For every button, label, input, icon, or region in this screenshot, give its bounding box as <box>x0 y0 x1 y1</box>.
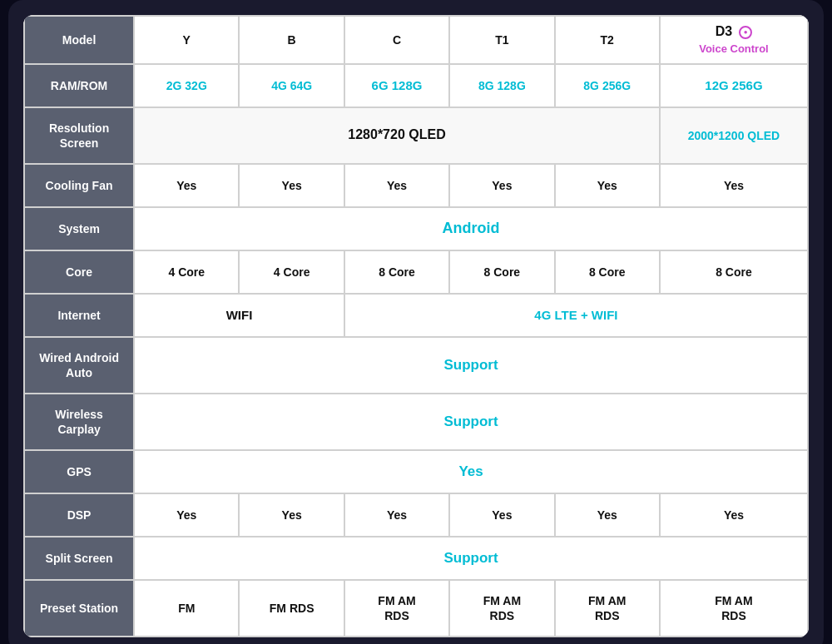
cooling-fan-header: Cooling Fan <box>24 164 134 207</box>
d3-title: D3 <box>716 24 732 38</box>
d3-voice-label: Voice Control <box>699 42 769 55</box>
cooling-b: Yes <box>239 164 344 207</box>
system-header: System <box>24 207 134 250</box>
split-screen-header: Split Screen <box>24 537 134 580</box>
internet-wifi: WIFI <box>134 294 344 337</box>
internet-header: Internet <box>24 294 134 337</box>
model-t2: T2 <box>555 16 660 64</box>
cooling-t1: Yes <box>449 164 554 207</box>
ram-b: 4G 64G <box>239 64 344 107</box>
dsp-header: DSP <box>24 493 134 537</box>
ram-d3: 12G 256G <box>660 64 808 107</box>
model-b: B <box>239 16 344 64</box>
preset-b: FM RDS <box>239 580 344 637</box>
core-t2: 8 Core <box>555 250 660 294</box>
model-t1: T1 <box>449 16 554 64</box>
wireless-carplay-value: Support <box>134 394 808 450</box>
cooling-y: Yes <box>134 164 239 207</box>
core-t1: 8 Core <box>449 250 554 294</box>
dsp-b: Yes <box>239 493 344 537</box>
dsp-t2: Yes <box>555 493 660 537</box>
dsp-d3: Yes <box>660 493 808 537</box>
outer-container: Model Y B C T1 T2 D3 ● Voice Control RAM… <box>8 0 824 644</box>
wired-android-header: Wired Android Auto <box>24 337 134 394</box>
dsp-c: Yes <box>344 493 449 537</box>
comparison-table: Model Y B C T1 T2 D3 ● Voice Control RAM… <box>23 15 809 637</box>
core-y: 4 Core <box>134 250 239 294</box>
ram-rom-header: RAM/ROM <box>24 64 134 107</box>
ram-t1: 8G 128G <box>449 64 554 107</box>
gps-value: Yes <box>134 450 808 493</box>
split-screen-value: Support <box>134 537 808 580</box>
dsp-t1: Yes <box>449 493 554 537</box>
wired-android-value: Support <box>134 337 808 394</box>
preset-t1: FM AM RDS <box>449 580 554 637</box>
cooling-d3: Yes <box>660 164 808 207</box>
resolution-d3: 2000*1200 QLED <box>660 107 808 164</box>
wireless-carplay-header: Wireless Carplay <box>24 394 134 450</box>
internet-4g: 4G LTE + WIFI <box>344 294 808 337</box>
cooling-c: Yes <box>344 164 449 207</box>
core-header: Core <box>24 250 134 294</box>
d3-icon: ● <box>739 26 752 39</box>
ram-t2: 8G 256G <box>555 64 660 107</box>
model-header: Model <box>24 16 134 64</box>
ram-c: 6G 128G <box>344 64 449 107</box>
core-b: 4 Core <box>239 250 344 294</box>
core-c: 8 Core <box>344 250 449 294</box>
preset-c: FM AM RDS <box>344 580 449 637</box>
ram-y: 2G 32G <box>134 64 239 107</box>
preset-d3: FM AM RDS <box>660 580 808 637</box>
model-y: Y <box>134 16 239 64</box>
preset-y: FM <box>134 580 239 637</box>
gps-header: GPS <box>24 450 134 493</box>
model-c: C <box>344 16 449 64</box>
system-value: Android <box>134 207 808 250</box>
dsp-y: Yes <box>134 493 239 537</box>
preset-station-header: Preset Station <box>24 580 134 637</box>
core-d3: 8 Core <box>660 250 808 294</box>
preset-t2: FM AM RDS <box>555 580 660 637</box>
cooling-t2: Yes <box>555 164 660 207</box>
model-d3: D3 ● Voice Control <box>660 16 808 64</box>
resolution-header: Resolution Screen <box>24 107 134 164</box>
resolution-standard: 1280*720 QLED <box>134 107 660 164</box>
comparison-table-container: Model Y B C T1 T2 D3 ● Voice Control RAM… <box>23 15 809 637</box>
